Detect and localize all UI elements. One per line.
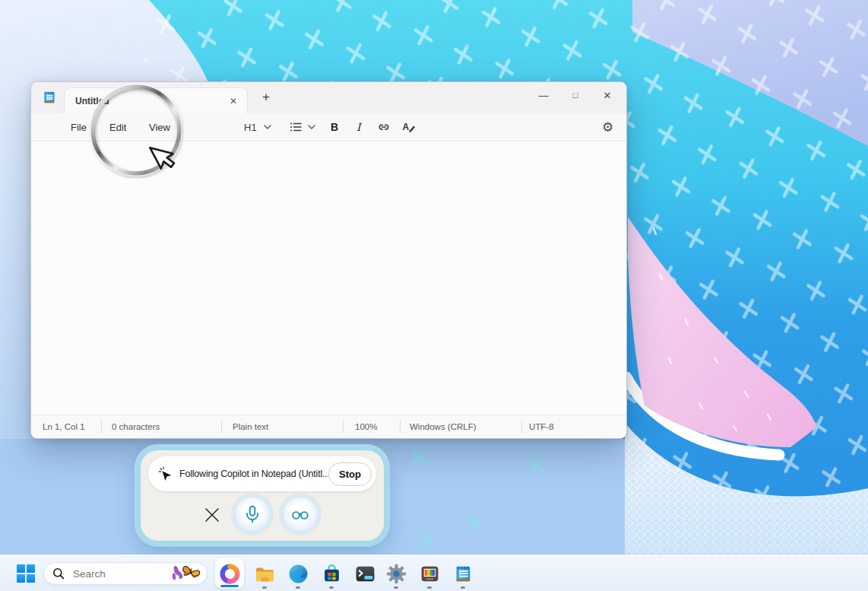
notepad-app-icon [42,90,57,105]
search-input[interactable] [71,567,170,580]
status-separator [101,421,102,433]
taskbar-app-notepad[interactable] [448,558,477,589]
copilot-status-pill: Following Copilot in Notepad (Untitl... … [148,456,376,491]
active-app-indicator [220,585,239,587]
menu-edit[interactable]: Edit [105,119,131,136]
copilot-status-text: Following Copilot in Notepad (Untitl... [179,469,328,479]
running-indicator-dot [461,586,465,589]
running-indicator-dot [394,586,398,589]
taskbar-app-copilot[interactable] [215,558,244,589]
taskbar-search-box[interactable] [43,562,207,585]
tab-close-icon[interactable]: ✕ [226,94,241,109]
status-separator [343,421,344,433]
search-highlight-butterfly-icon[interactable] [170,563,202,584]
edge-icon [288,564,309,584]
maximize-button[interactable]: □ [559,84,591,106]
stop-button[interactable]: Stop [328,462,372,486]
taskbar-app-terminal[interactable] [350,558,379,589]
search-icon [52,567,65,580]
start-button[interactable] [16,564,36,583]
menu-file[interactable]: File [66,119,91,136]
desktop: Untitled ✕ + — □ ✕ File Edit View H1 B I [0,0,868,591]
running-indicator-dot [329,586,334,589]
clear-formatting-icon[interactable]: A [402,120,416,134]
status-zoom-level: 100% [355,422,377,431]
status-separator [221,421,222,433]
microphone-button[interactable] [236,497,269,531]
taskbar [0,554,868,591]
taskbar-app-edge[interactable] [284,558,312,589]
copilot-icon [220,564,240,584]
hyperlink-icon[interactable] [377,120,391,134]
window-caption-controls: — □ ✕ [527,84,623,106]
running-indicator-dot [262,586,267,589]
notepad-icon [453,564,474,584]
photos-icon [420,564,440,584]
running-indicator-dot [427,586,432,589]
status-document-type: Plain text [233,422,268,431]
taskbar-app-photos[interactable] [415,558,444,589]
status-separator [400,421,401,433]
menu-view[interactable]: View [144,119,175,136]
notepad-window: Untitled ✕ + — □ ✕ File Edit View H1 B I [30,81,627,439]
status-cursor-position: Ln 1, Col 1 [43,422,85,431]
microsoft-store-icon [322,564,342,584]
bold-button[interactable]: B [331,121,338,133]
tab-untitled[interactable]: Untitled ✕ [65,88,247,113]
status-encoding: UTF-8 [529,422,554,431]
minimize-button[interactable]: — [527,84,559,106]
svg-text:A: A [403,122,410,132]
copilot-vision-button[interactable] [284,497,317,531]
list-dropdown-icon[interactable] [290,121,302,133]
settings-gear-icon[interactable]: ⚙ [602,119,613,135]
heading-dropdown[interactable]: H1 [244,122,257,133]
status-separator [521,421,522,433]
chevron-down-icon[interactable] [264,125,271,130]
taskbar-app-file-explorer[interactable] [250,558,279,589]
italic-button[interactable]: I [356,121,361,133]
terminal-icon [355,564,375,584]
new-tab-button[interactable]: + [258,89,274,106]
copilot-vision-overlay: Following Copilot in Notepad (Untitl... … [135,445,389,546]
notepad-toolbar: File Edit View H1 B I A [31,113,626,141]
status-line-ending: Windows (CRLF) [410,422,477,431]
notepad-tab-bar: Untitled ✕ + — □ ✕ [31,82,626,113]
close-icon[interactable] [203,506,221,524]
chevron-down-icon[interactable] [308,125,315,130]
taskbar-app-settings[interactable] [382,558,410,589]
close-button[interactable]: ✕ [591,84,623,106]
text-editor-area[interactable] [31,141,626,415]
settings-gear-icon [386,564,407,584]
status-character-count: 0 characters [112,422,160,431]
running-indicator-dot [296,586,300,589]
file-explorer-icon [255,564,275,584]
cursor-sparkle-icon [158,466,173,481]
tab-title: Untitled [75,96,109,106]
notepad-status-bar: Ln 1, Col 1 0 characters Plain text 100%… [31,415,626,438]
glasses-icon [290,504,311,525]
microphone-icon [242,504,262,524]
taskbar-app-microsoft-store[interactable] [317,558,346,589]
